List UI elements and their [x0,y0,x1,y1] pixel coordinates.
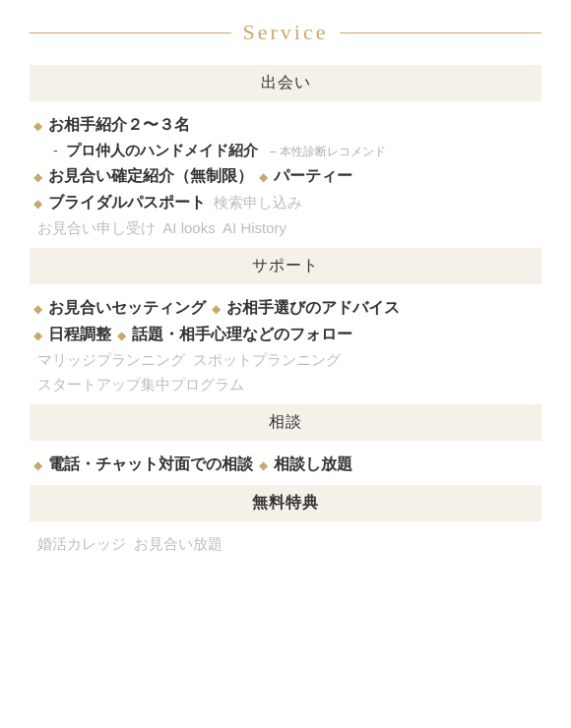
list-item: ◆ 日程調整 ◆ 話題・相手心理などのフォロー [30,325,541,345]
section-header-soudan: 相談 [30,404,541,441]
muted-label: お見合い申し受け [37,219,156,238]
diamond-icon: ◆ [212,302,221,316]
muted-label: AI looks [159,219,216,236]
diamond-icon: ◆ [33,170,42,184]
list-item-muted: スタートアップ集中プログラム [30,376,541,394]
item-label: 電話・チャット対面での相談 [48,455,253,475]
muted-label: AI History [220,219,286,236]
section-support: サポート ◆ お見合いセッティング ◆ お相手選びのアドバイス ◆ 日程調整 ◆… [30,248,541,394]
header-line-left [30,32,231,33]
item-label: お相手紹介２〜３名 [48,115,190,136]
diamond-icon: ◆ [33,458,42,472]
item-label: 話題・相手心理などのフォロー [132,325,352,345]
list-item: ◆ お見合いセッティング ◆ お相手選びのアドバイス [30,298,541,319]
list-item-muted: マリッジプランニング スポットプランニング [30,351,541,370]
list-item: ◆ お見合い確定紹介（無制限） ◆ パーティー [30,166,541,187]
list-item: ◆ お相手紹介２〜３名 [30,115,541,136]
section-header-muryou: 無料特典 [30,485,541,521]
muted-label: スタートアップ集中プログラム [37,376,244,394]
muted-label: スポットプランニング [189,351,341,370]
section-header-support: サポート [30,248,541,284]
list-item-muted: 婚活カレッジ お見合い放題 [30,535,541,554]
item-note: – 本性診断レコメンド [270,144,386,160]
item-label: 日程調整 [48,325,111,345]
header-line-right [340,32,541,33]
item-label: お見合いセッティング [48,298,206,319]
muted-label: 婚活カレッジ [37,535,126,554]
muted-label: マリッジプランニング [37,351,185,370]
list-item: - プロ仲人のハンドメイド紹介 – 本性診断レコメンド [30,142,541,160]
item-label: お相手選びのアドバイス [226,298,400,319]
diamond-icon: ◆ [33,302,42,316]
diamond-icon: ◆ [33,119,42,133]
muted-label: お見合い放題 [130,535,222,554]
section-header-deai: 出会い [30,65,541,101]
list-item: ◆ 電話・チャット対面での相談 ◆ 相談し放題 [30,455,541,475]
item-label: 相談し放題 [274,455,352,475]
diamond-icon: ◆ [259,170,268,184]
list-item: ◆ ブライダルパスポート 検索申し込み [30,193,541,213]
section-deai: 出会い ◆ お相手紹介２〜３名 - プロ仲人のハンドメイド紹介 – 本性診断レコ… [30,65,541,238]
item-label: ブライダルパスポート [48,193,206,213]
section-soudan: 相談 ◆ 電話・チャット対面での相談 ◆ 相談し放題 [30,404,541,475]
service-header: Service [30,20,541,45]
page-container: Service 出会い ◆ お相手紹介２〜３名 - プロ仲人のハンドメイド紹介 … [0,0,571,593]
list-item-muted: お見合い申し受け AI looks AI History [30,219,541,238]
diamond-icon: ◆ [259,458,268,472]
item-label-muted: 検索申し込み [214,194,302,212]
diamond-icon: ◆ [117,329,126,342]
item-label: お見合い確定紹介（無制限） [48,166,253,187]
diamond-icon: ◆ [33,329,42,342]
page-title: Service [243,20,329,45]
sub-dash: - [53,143,58,158]
item-label: プロ仲人のハンドメイド紹介 [66,142,258,160]
diamond-icon: ◆ [33,197,42,211]
item-label: パーティー [274,166,352,187]
section-muryou: 無料特典 婚活カレッジ お見合い放題 [30,485,541,554]
